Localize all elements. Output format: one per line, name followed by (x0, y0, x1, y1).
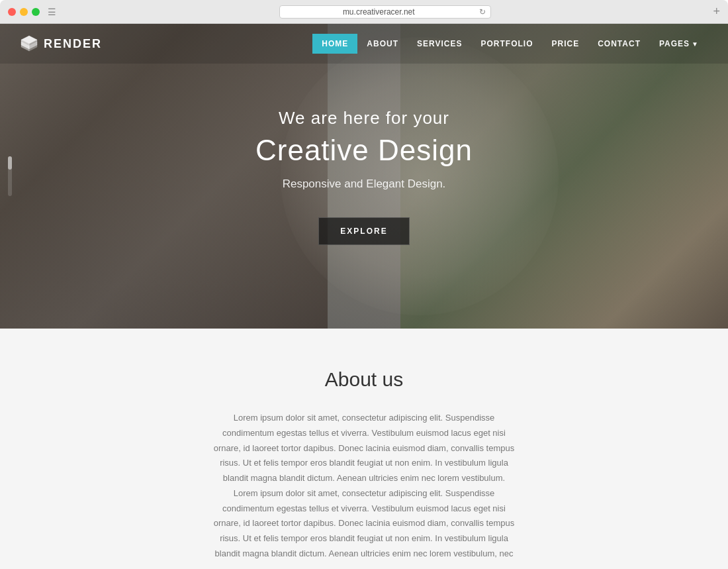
browser-dots (8, 8, 40, 16)
hero-subtitle: Responsive and Elegant Design. (255, 178, 473, 191)
about-section: About us Lorem ipsum dolor sit amet, con… (0, 329, 728, 569)
dot-green (32, 8, 40, 16)
nav-item-services[interactable]: SERVICES (408, 34, 471, 54)
browser-address-bar: ↻ (63, 5, 707, 19)
dot-yellow (20, 8, 28, 16)
nav-link-home[interactable]: HOME (312, 34, 357, 54)
nav-link-price[interactable]: PRICE (543, 34, 589, 54)
hero-section: We are here for your Creative Design Res… (0, 24, 728, 329)
nav-link-pages[interactable]: PAGES ▼ (650, 34, 708, 54)
browser-chrome: ☰ ↻ + (0, 0, 728, 24)
nav-link-contact[interactable]: CONTACT (588, 34, 650, 54)
nav-item-price[interactable]: PRICE (543, 34, 589, 54)
chevron-down-icon: ▼ (692, 40, 699, 48)
nav-link-portfolio[interactable]: PORTFOLIO (472, 34, 543, 54)
nav-item-pages[interactable]: PAGES ▼ (650, 34, 708, 54)
hero-title-line2: Creative Design (255, 134, 473, 167)
navbar: RENDER HOME ABOUT SERVICES PORTFOLIO PRI… (0, 24, 728, 64)
scroll-indicator (8, 156, 12, 196)
explore-button[interactable]: EXPLORE (318, 217, 409, 245)
dot-red (8, 8, 16, 16)
new-tab-button[interactable]: + (713, 5, 720, 19)
address-input[interactable] (279, 5, 491, 19)
website-content: RENDER HOME ABOUT SERVICES PORTFOLIO PRI… (0, 24, 728, 569)
about-title: About us (20, 368, 708, 391)
nav-link-services[interactable]: SERVICES (408, 34, 471, 54)
nav-link-about[interactable]: ABOUT (357, 34, 408, 54)
scroll-thumb (8, 156, 12, 170)
logo-link[interactable]: RENDER (20, 34, 102, 53)
toolbar-icon: ☰ (48, 7, 56, 17)
nav-dropdown-pages: PAGES ▼ (659, 39, 699, 48)
nav-item-portfolio[interactable]: PORTFOLIO (472, 34, 543, 54)
nav-item-contact[interactable]: CONTACT (588, 34, 650, 54)
nav-item-home[interactable]: HOME (312, 34, 357, 54)
about-body-text: Lorem ipsum dolor sit amet, consectetur … (212, 411, 516, 562)
logo-icon (20, 34, 38, 53)
logo-text: RENDER (44, 37, 102, 51)
refresh-icon[interactable]: ↻ (479, 7, 486, 17)
hero-content: We are here for your Creative Design Res… (255, 108, 473, 245)
nav-item-about[interactable]: ABOUT (357, 34, 408, 54)
hero-title-line1: We are here for your (255, 108, 473, 129)
nav-links: HOME ABOUT SERVICES PORTFOLIO PRICE CONT… (312, 34, 708, 54)
